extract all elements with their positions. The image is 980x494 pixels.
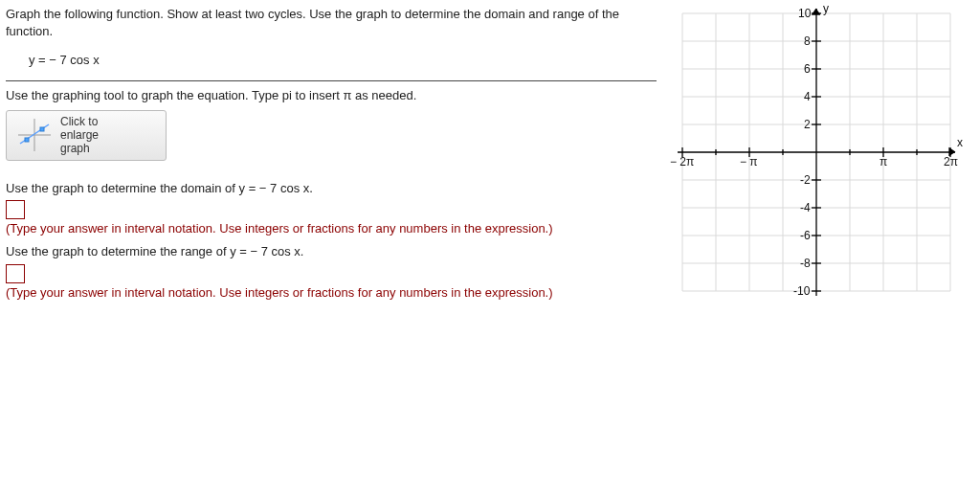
domain-prompt: Use the graph to determine the domain of… [6,180,657,197]
y-tick: 2 [804,118,811,131]
coordinate-graph[interactable]: y x 10 8 6 4 2 -2 -4 -6 -8 -10 − 2π − π … [668,4,965,301]
svg-rect-3 [25,138,29,142]
x-tick: π [880,155,887,168]
y-tick: 10 [798,7,811,20]
x-tick: − 2π [670,155,694,168]
enlarge-graph-label: Click to enlarge graph [60,115,99,156]
question-intro: Graph the following function. Show at le… [6,6,657,39]
y-tick: -6 [800,229,811,242]
range-answer-input[interactable] [6,264,25,283]
graph-thumbnail-icon [14,115,55,155]
y-tick: -2 [800,173,811,187]
separator [6,80,657,81]
y-tick: 8 [804,34,811,48]
y-tick: -4 [800,201,811,214]
range-prompt: Use the graph to determine the range of … [6,243,657,260]
domain-answer-input[interactable] [6,200,25,219]
graphing-hint: Use the graphing tool to graph the equat… [6,87,657,104]
y-tick: 6 [804,62,811,76]
x-tick: 2π [944,155,958,168]
y-tick: -8 [800,257,811,270]
domain-hint: (Type your answer in interval notation. … [6,221,657,236]
x-axis-label: x [957,136,963,149]
grid-icon [668,4,965,301]
y-axis-label: y [823,2,829,15]
y-tick: 4 [804,90,811,103]
function-equation: y = − 7 cos x [29,53,657,67]
range-hint: (Type your answer in interval notation. … [6,285,657,300]
y-tick: -10 [793,284,810,298]
enlarge-graph-button[interactable]: Click to enlarge graph [6,110,167,161]
svg-rect-4 [40,127,44,131]
x-tick: − π [740,155,758,168]
